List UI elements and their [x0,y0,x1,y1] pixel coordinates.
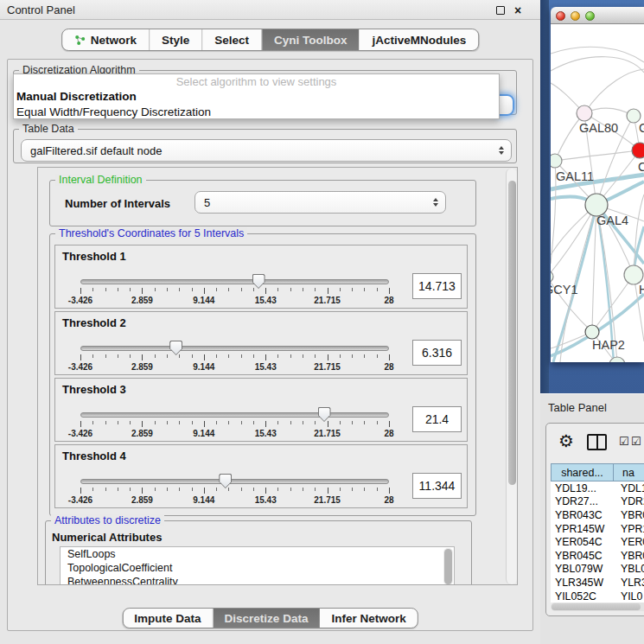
tab-label: Select [214,34,249,47]
number-of-intervals-combo[interactable]: 5 [194,191,446,214]
table-row[interactable]: YBR045CYBR0 [551,549,644,563]
network-node[interactable] [551,271,553,283]
threshold-value-field[interactable]: 21.4 [412,406,462,432]
panel-scrollbar[interactable] [506,169,517,584]
table-panel-body: ⚙ ☑ ☑ shared...naYDL19...YDL1YDR27...YDR… [545,423,644,616]
tick-label: 2.859 [131,362,153,372]
threshold-label: Threshold 3 [62,383,126,396]
tick-label: 28 [384,495,393,505]
slider-thumb[interactable] [169,341,182,355]
table-row[interactable]: YBL079WYBL0 [551,563,644,577]
minimize-traffic-light[interactable] [571,11,580,21]
tick-label: -3.426 [68,495,92,505]
slider-ticks [80,421,390,427]
table-row[interactable]: YBR043CYBR0 [551,508,644,522]
threshold-value-field[interactable]: 11.344 [412,473,462,499]
threshold-slider[interactable]: -3.4262.8599.14415.4321.71528 [80,277,389,306]
algorithm-dropdown-popup: Select algorithm to view settings Manual… [13,73,500,119]
table-cell: YBL079W [551,563,614,575]
slider-thumb[interactable] [252,274,265,289]
tick-label: 9.144 [193,429,214,438]
scrollbar-thumb[interactable] [552,603,641,610]
table-row[interactable]: YER054CYER0 [551,535,644,549]
threshold-slider[interactable]: -3.4262.8599.14415.4321.71528 [80,410,389,439]
close-traffic-light[interactable] [556,11,565,21]
threshold-label: Threshold 4 [62,450,126,462]
tick-label: 15.43 [255,296,277,305]
network-node-label: HAP2 [592,338,625,352]
zoom-traffic-light[interactable] [585,11,595,21]
table-row[interactable]: YLR345WYLR3 [551,576,644,590]
threshold-slider[interactable]: -3.4262.8599.14415.4321.71528 [80,343,389,373]
slider-ticks [80,354,390,360]
network-node[interactable] [585,325,599,339]
tab-label: Infer Network [331,612,405,625]
table-row[interactable]: YDR27...YDR2 [551,495,644,509]
column-header[interactable]: na [614,463,644,481]
checkbox-icon[interactable]: ☑ [619,436,629,447]
table-row[interactable]: YPR145WYPR1 [551,522,644,536]
tick-label: 15.43 [255,429,277,438]
network-node[interactable] [551,154,562,168]
tick-label: 28 [384,362,393,372]
control-panel-titlebar: Control Panel × [0,0,540,20]
tick-label: 28 [384,296,393,305]
float-window-icon[interactable] [496,6,505,15]
numerical-attributes-list[interactable]: SelfLoopsTopologicalCoefficientBetweenne… [60,546,455,585]
threshold-slider[interactable]: -3.4262.8599.14415.4321.71528 [80,476,389,506]
tab-select[interactable]: Select [201,29,261,50]
threshold-value-field[interactable]: 14.713 [412,273,462,299]
tab-infer-network[interactable]: Infer Network [319,609,417,628]
screen: Control Panel × NetworkStyleSelectCyni T… [0,0,644,644]
gear-icon[interactable]: ⚙ [558,432,574,450]
attributes-group: Attributes to discretize Numerical Attri… [45,520,472,585]
threshold-value-field[interactable]: 6.316 [412,340,462,366]
tab-jactivemnodules[interactable]: jActiveMNodules [360,29,479,50]
combo-value: 5 [204,196,210,209]
table-cell: YLR345W [551,577,614,589]
network-node[interactable] [632,143,644,158]
table-panel: Table Panel ⚙ ☑ ☑ shared...naYDL19...YDL… [540,393,644,644]
tab-network[interactable]: Network [62,29,149,50]
tick-label: -3.426 [68,296,92,305]
algorithm-option-equal-width-frequency-discretization[interactable]: Equal Width/Frequency Discretization [14,105,499,120]
table-row[interactable]: YIL052CYIL0 [551,590,644,603]
desktop-background: GAL80GACGAL11GAL4GCY1HHAP2 [540,0,644,393]
interval-definition-group: Interval Definition Number of Intervals … [49,180,476,226]
tick-label: -3.426 [68,429,92,438]
table-row[interactable]: YDL19...YDL1 [551,481,644,495]
attribute-list-item[interactable]: BetweennessCentrality [61,575,454,585]
tab-style[interactable]: Style [149,29,201,50]
table-data-combo[interactable]: galFiltered.sif default node [21,139,512,162]
tab-cyni-toolbox[interactable]: Cyni Toolbox [261,29,360,50]
slider-thumb[interactable] [219,474,232,488]
tick-label: 21.715 [314,362,341,372]
threshold-label: Threshold 2 [62,316,126,329]
network-node[interactable] [577,105,592,121]
slider-thumb[interactable] [318,407,331,422]
table-hscrollbar[interactable] [551,603,644,611]
tick-label: 2.859 [131,296,153,305]
tab-discretize-data[interactable]: Discretize Data [213,609,320,628]
list-scrollbar[interactable] [443,548,453,585]
attribute-list-item[interactable]: TopologicalCoefficient [61,561,454,575]
algorithm-option-manual-discretization[interactable]: Manual Discretization [14,89,499,105]
network-node[interactable] [624,265,643,284]
scrollbar-thumb[interactable] [508,181,516,485]
close-icon[interactable]: × [514,4,521,16]
checkbox-icon[interactable]: ☑ [631,436,641,447]
tick-label: 21.715 [314,495,341,505]
tick-label: 2.859 [131,429,153,438]
desktop-edge [540,0,549,393]
table-cell: YER054C [551,536,614,548]
group-title: Threshold's Coordinates for 5 Intervals [55,227,247,239]
tick-label: 9.144 [193,296,214,305]
attribute-list-item[interactable]: SelfLoops [61,547,454,561]
tab-label: Network [91,34,137,47]
tab-label: jActiveMNodules [373,34,467,47]
column-header[interactable]: shared... [551,463,614,481]
table-columns-icon[interactable] [587,434,607,450]
tab-label: Style [162,34,189,47]
tab-impute-data[interactable]: Impute Data [123,609,212,628]
slider-track [80,279,389,284]
